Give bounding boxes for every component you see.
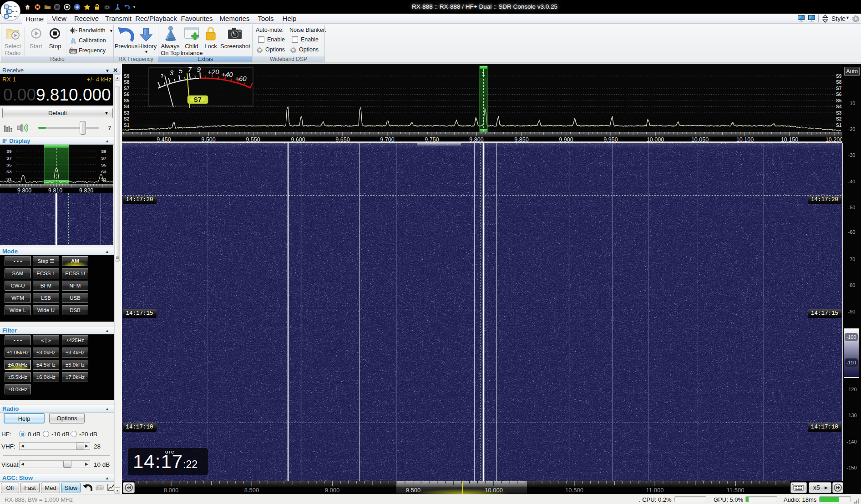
svg-text:9: 9 xyxy=(197,66,201,73)
svg-text:S3: S3 xyxy=(124,111,130,116)
svg-text:S3: S3 xyxy=(101,169,106,174)
svg-text:S9: S9 xyxy=(6,149,12,154)
svg-text:S7: S7 xyxy=(6,156,12,161)
svg-text:S5: S5 xyxy=(101,162,106,167)
svg-text:S7: S7 xyxy=(101,156,106,161)
svg-text:S9: S9 xyxy=(124,74,130,79)
svg-text:S5: S5 xyxy=(6,162,12,167)
svg-text:3: 3 xyxy=(170,69,174,76)
svg-text:S1: S1 xyxy=(101,176,106,181)
svg-text:S3: S3 xyxy=(836,111,842,116)
svg-text:S2: S2 xyxy=(836,116,842,121)
svg-text:S3: S3 xyxy=(6,169,12,174)
svg-text:S7: S7 xyxy=(124,86,130,91)
svg-text:S5: S5 xyxy=(836,98,842,103)
svg-text:S1: S1 xyxy=(836,123,842,128)
svg-text:S1: S1 xyxy=(124,123,130,128)
svg-text:S9: S9 xyxy=(836,74,842,79)
svg-text:S4: S4 xyxy=(124,104,130,109)
svg-text:S2: S2 xyxy=(124,116,130,121)
svg-text:S6: S6 xyxy=(836,92,842,97)
svg-text:7: 7 xyxy=(188,66,192,73)
svg-text:S8: S8 xyxy=(836,80,842,85)
svg-text:S7: S7 xyxy=(193,96,202,103)
svg-text:+40: +40 xyxy=(221,71,233,78)
svg-text:S7: S7 xyxy=(836,86,842,91)
svg-text:S5: S5 xyxy=(124,98,130,103)
svg-text:S4: S4 xyxy=(836,104,842,109)
svg-text:1: 1 xyxy=(160,72,164,80)
svg-text:+60: +60 xyxy=(235,75,247,82)
svg-text:S9: S9 xyxy=(101,149,106,154)
svg-text:S1: S1 xyxy=(6,176,12,181)
svg-text:5: 5 xyxy=(179,67,183,75)
svg-text:+20: +20 xyxy=(208,68,219,76)
svg-text:S8: S8 xyxy=(124,80,130,85)
svg-text:S6: S6 xyxy=(124,92,130,97)
